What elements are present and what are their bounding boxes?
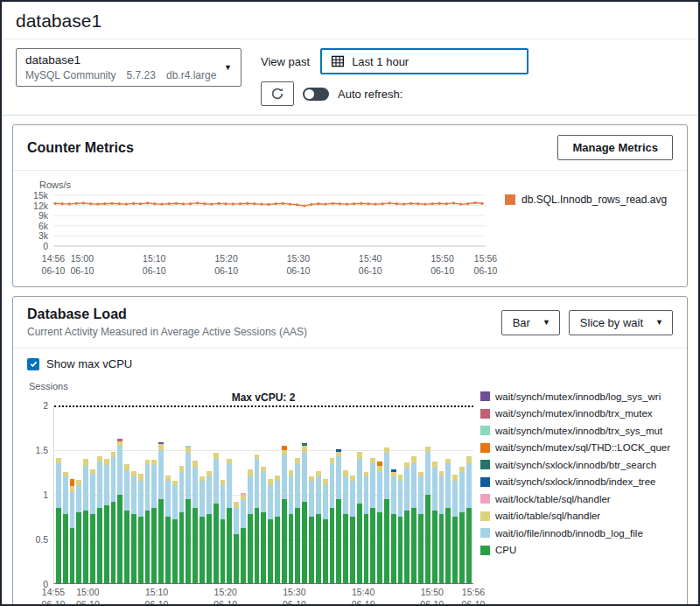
counter-plot-area: 14:5606-1015:0006-1015:1006-1015:2006-10… <box>53 192 486 278</box>
load-bar-segment <box>56 508 61 583</box>
load-bar-segment <box>466 456 472 463</box>
load-bar-segment <box>377 466 382 472</box>
load-bar <box>248 405 253 583</box>
load-bar-segment <box>117 495 122 584</box>
load-bar-segment <box>70 528 75 583</box>
y-axis-tick-label: 2 <box>43 400 48 411</box>
x-axis-tick-label: 15:4006-10 <box>352 587 375 606</box>
load-bar-segment <box>445 463 451 508</box>
load-bar-segment <box>63 514 68 583</box>
load-x-axis: 14:5506-1015:0006-1015:1006-1015:2006-10… <box>53 587 473 606</box>
legend-label: wait/synch/mutex/innodb/log_sys_wri <box>495 391 661 402</box>
legend-label: wait/synch/mutex/innodb/trx_mutex <box>495 408 653 419</box>
legend-swatch <box>480 460 490 469</box>
load-bar <box>165 405 171 583</box>
load-bar-segment <box>439 476 444 514</box>
caret-down-icon: ▼ <box>655 319 663 327</box>
load-bar <box>138 405 144 583</box>
legend-swatch <box>480 528 490 538</box>
legend-swatch <box>480 391 490 401</box>
checkbox-check-icon <box>27 358 39 370</box>
load-bar-segment <box>117 446 122 495</box>
load-bar <box>330 405 335 583</box>
chart-type-select[interactable]: Bar ▼ <box>501 310 560 335</box>
load-bar-segment <box>261 472 266 512</box>
performance-insights-page: database1 database1 MySQL Community 5.7.… <box>0 0 700 606</box>
load-bar-segment <box>90 474 95 514</box>
x-axis-tick-label: 15:5006-10 <box>420 587 444 606</box>
load-bar-segment <box>466 463 472 508</box>
load-bar-segment <box>411 463 416 508</box>
load-bar-segment <box>398 517 403 583</box>
y-axis-tick-label: 3k <box>38 230 48 241</box>
legend-item: wait/synch/mutex/sql/THD::LOCK_quer <box>480 440 680 457</box>
load-bar-segment <box>398 481 403 517</box>
refresh-button[interactable] <box>261 81 294 106</box>
load-bar-segment <box>316 476 321 514</box>
view-past-label: View past <box>261 55 310 68</box>
database-selector-dropdown[interactable]: database1 MySQL Community 5.7.23 db.r4.l… <box>16 48 242 87</box>
load-bar-segment <box>241 500 246 528</box>
load-bar <box>452 405 458 583</box>
auto-refresh-toggle[interactable] <box>303 88 329 101</box>
load-bar-segment <box>76 485 81 511</box>
load-bar-segment <box>248 514 253 583</box>
legend-swatch <box>480 546 490 555</box>
load-bar-segment <box>377 472 382 512</box>
load-bar <box>295 405 300 583</box>
load-bar-segment <box>214 453 219 459</box>
x-axis-tick-label: 15:1006-10 <box>143 253 166 277</box>
x-axis-tick-label: 15:5606-10 <box>474 253 498 277</box>
time-range-input[interactable]: Last 1 hour <box>320 48 528 74</box>
load-bar <box>192 405 198 583</box>
load-bar-segment <box>214 504 219 583</box>
y-axis-tick-label: 1 <box>43 490 48 500</box>
load-bar-segment <box>192 461 198 468</box>
database-engine: MySQL Community <box>25 69 116 81</box>
load-bar-segment <box>289 514 294 583</box>
load-bar <box>124 405 130 583</box>
manage-metrics-button[interactable]: Manage Metrics <box>557 135 673 160</box>
load-bar-segment <box>145 511 150 583</box>
load-bar-segment <box>206 514 212 583</box>
load-bar-segment <box>445 508 451 583</box>
load-bar-segment <box>124 470 130 511</box>
legend-swatch <box>480 477 490 487</box>
page-title: database1 <box>2 2 698 39</box>
load-bar <box>268 405 273 583</box>
load-bar-segment <box>248 469 253 476</box>
load-bar-segment <box>151 508 157 583</box>
legend-item: CPU <box>480 542 680 560</box>
load-bar-segment <box>104 465 109 505</box>
database-name: database1 <box>25 53 216 67</box>
slice-by-select[interactable]: Slice by wait ▼ <box>569 310 673 335</box>
legend-swatch <box>480 494 490 504</box>
load-bar-segment <box>172 519 178 583</box>
show-max-vcpu-checkbox[interactable]: Show max vCPU <box>27 357 680 370</box>
load-bar <box>357 405 362 583</box>
load-bar <box>275 405 280 583</box>
load-bar-segment <box>248 476 253 514</box>
load-bar-segment <box>377 512 382 583</box>
load-bar-segment <box>275 517 280 583</box>
counter-y-axis-title: Rows/s <box>39 180 494 190</box>
load-bar <box>439 405 444 583</box>
x-axis-tick-label: 15:3006-10 <box>286 253 310 277</box>
load-bar-segment <box>104 505 109 583</box>
time-range-value: Last 1 hour <box>352 55 409 68</box>
counter-x-axis: 14:5606-1015:0006-1015:1006-1015:2006-10… <box>53 253 486 278</box>
load-bar <box>404 405 410 583</box>
caret-down-icon: ▼ <box>542 319 550 327</box>
page-header: database1 database1 MySQL Community 5.7.… <box>2 2 698 116</box>
load-bar-segment <box>220 485 226 519</box>
load-bar-segment <box>452 475 458 481</box>
load-bar-segment <box>200 517 205 583</box>
legend-item: wait/io/table/sql/handler <box>480 508 680 525</box>
load-legend: wait/synch/mutex/innodb/log_sys_wriwait/… <box>480 381 680 606</box>
load-bar <box>377 405 382 583</box>
slice-by-value: Slice by wait <box>580 316 643 329</box>
load-bar-segment <box>111 457 116 502</box>
x-axis-tick-label: 15:4006-10 <box>359 253 382 277</box>
load-bar <box>418 405 424 583</box>
load-bar <box>391 405 396 583</box>
